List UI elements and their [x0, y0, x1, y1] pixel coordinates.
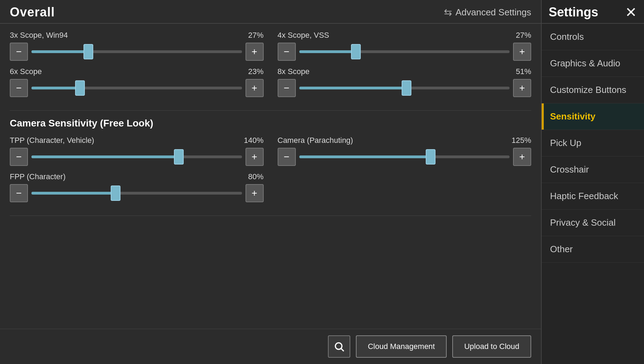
slider-8x-minus[interactable]: −: [278, 79, 296, 97]
camera-row-1: TPP (Character, Vehicle) 140% − +: [10, 136, 531, 166]
slider-3x-label: 3x Scope, Win94: [10, 31, 68, 40]
slider-3x-fill: [31, 50, 88, 53]
slider-4x-thumb[interactable]: [351, 44, 361, 59]
slider-tpp-track: [31, 155, 242, 158]
sidebar-item-sensitivity[interactable]: Sensitivity: [542, 103, 644, 130]
close-button[interactable]: ✕: [625, 5, 637, 19]
sidebar-item-privacy-social[interactable]: Privacy & Social: [542, 210, 644, 236]
sidebar-item-controls[interactable]: Controls: [542, 24, 644, 50]
slider-8x-scope: 8x Scope 51% − +: [278, 67, 532, 97]
slider-para-track-container[interactable]: [299, 148, 510, 166]
slider-4x-track: [299, 50, 510, 53]
sidebar-title: Settings: [549, 5, 598, 20]
slider-fpp: FPP (Character) 80% − +: [10, 172, 264, 202]
slider-para-thumb[interactable]: [426, 149, 436, 165]
slider-8x-fill: [299, 87, 407, 89]
slider-para-minus[interactable]: −: [278, 148, 296, 166]
slider-4x-scope-vss: 4x Scope, VSS 27% − +: [278, 31, 532, 61]
slider-4x-control: − +: [278, 43, 532, 61]
main-content: Overall ⇆ Advanced Settings 3x Scope, Wi…: [0, 0, 541, 364]
slider-para-value: 125%: [512, 136, 531, 145]
slider-para-label: Camera (Parachuting): [278, 136, 353, 145]
sidebar-items-list: Controls Graphics & Audio Customize Butt…: [542, 24, 644, 364]
advanced-settings-button[interactable]: ⇆ Advanced Settings: [444, 7, 531, 18]
sidebar-item-crosshair[interactable]: Crosshair: [542, 156, 644, 183]
sidebar-customize-label: Customize Buttons: [550, 85, 626, 95]
slider-6x-plus[interactable]: +: [246, 79, 264, 97]
slider-parachuting: Camera (Parachuting) 125% − +: [278, 136, 532, 166]
slider-6x-value: 23%: [248, 67, 263, 76]
slider-4x-plus[interactable]: +: [513, 43, 531, 61]
search-button[interactable]: [328, 335, 350, 358]
sidebar-pickup-label: Pick Up: [550, 138, 581, 148]
scope-section: 3x Scope, Win94 27% − +: [10, 31, 531, 111]
upload-to-cloud-button[interactable]: Upload to Cloud: [452, 335, 531, 358]
slider-fpp-track: [31, 192, 242, 195]
sidebar-sensitivity-label: Sensitivity: [550, 111, 595, 122]
slider-tpp-label: TPP (Character, Vehicle): [10, 136, 94, 145]
settings-sidebar: Settings ✕ Controls Graphics & Audio Cus…: [541, 0, 644, 364]
camera-sensitivity-section: Camera Sensitivity (Free Look) TPP (Char…: [10, 118, 531, 216]
slider-fpp-fill: [31, 192, 116, 195]
slider-tpp-minus[interactable]: −: [10, 148, 28, 166]
slider-4x-track-container[interactable]: [299, 43, 510, 61]
slider-8x-plus[interactable]: +: [513, 79, 531, 97]
slider-tpp: TPP (Character, Vehicle) 140% − +: [10, 136, 264, 166]
slider-4x-value: 27%: [516, 31, 531, 40]
empty-placeholder: [278, 172, 532, 202]
slider-fpp-track-container[interactable]: [31, 184, 242, 202]
sidebar-item-other[interactable]: Other: [542, 236, 644, 263]
slider-fpp-minus[interactable]: −: [10, 184, 28, 202]
scroll-area: 3x Scope, Win94 27% − +: [0, 24, 541, 329]
slider-6x-thumb[interactable]: [75, 80, 85, 96]
slider-3x-value: 27%: [248, 31, 263, 40]
header: Overall ⇆ Advanced Settings: [0, 0, 541, 24]
slider-4x-label: 4x Scope, VSS: [278, 31, 329, 40]
slider-8x-thumb[interactable]: [402, 80, 411, 96]
sidebar-item-customize-buttons[interactable]: Customize Buttons: [542, 77, 644, 103]
slider-8x-value: 51%: [516, 67, 531, 76]
slider-3x-plus[interactable]: +: [246, 43, 264, 61]
slider-6x-track: [31, 87, 242, 89]
sidebar-item-graphics-audio[interactable]: Graphics & Audio: [542, 50, 644, 77]
camera-section-title: Camera Sensitivity (Free Look): [10, 118, 531, 129]
slider-tpp-plus[interactable]: +: [246, 148, 264, 166]
sidebar-item-haptic-feedback[interactable]: Haptic Feedback: [542, 183, 644, 210]
sidebar-haptic-label: Haptic Feedback: [550, 191, 618, 202]
slider-tpp-control: − +: [10, 148, 264, 166]
sidebar-item-pick-up[interactable]: Pick Up: [542, 130, 644, 156]
svg-point-0: [336, 343, 342, 349]
cloud-management-button[interactable]: Cloud Management: [356, 335, 447, 358]
slider-4x-fill: [299, 50, 356, 53]
slider-3x-track-container[interactable]: [31, 43, 242, 61]
slider-8x-track-container[interactable]: [299, 79, 510, 97]
page-title: Overall: [10, 5, 55, 20]
slider-para-control: − +: [278, 148, 532, 166]
slider-8x-control: − +: [278, 79, 532, 97]
slider-3x-thumb[interactable]: [83, 44, 93, 59]
slider-3x-track: [31, 50, 242, 53]
slider-tpp-thumb[interactable]: [174, 149, 184, 165]
slider-3x-minus[interactable]: −: [10, 43, 28, 61]
scope-row-2: 6x Scope 23% − +: [10, 67, 531, 97]
scope-row-1: 3x Scope, Win94 27% − +: [10, 31, 531, 61]
slider-fpp-value: 80%: [248, 172, 263, 181]
slider-fpp-thumb[interactable]: [111, 185, 120, 201]
slider-para-plus[interactable]: +: [513, 148, 531, 166]
slider-6x-scope: 6x Scope 23% − +: [10, 67, 264, 97]
slider-6x-track-container[interactable]: [31, 79, 242, 97]
advanced-settings-icon: ⇆: [444, 7, 452, 18]
slider-para-track: [299, 155, 510, 158]
sidebar-controls-label: Controls: [550, 31, 584, 42]
slider-6x-minus[interactable]: −: [10, 79, 28, 97]
slider-4x-minus[interactable]: −: [278, 43, 296, 61]
sidebar-header: Settings ✕: [542, 0, 644, 24]
sidebar-other-label: Other: [550, 244, 573, 255]
slider-tpp-track-container[interactable]: [31, 148, 242, 166]
slider-8x-track: [299, 87, 510, 89]
svg-line-1: [341, 349, 344, 351]
slider-fpp-plus[interactable]: +: [246, 184, 264, 202]
slider-tpp-fill: [31, 155, 179, 158]
slider-tpp-value: 140%: [244, 136, 263, 145]
slider-fpp-control: − +: [10, 184, 264, 202]
